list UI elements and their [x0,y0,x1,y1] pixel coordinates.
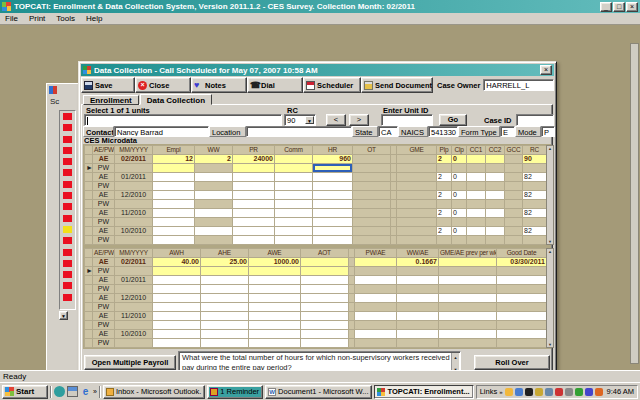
maximize-icon[interactable] [613,2,625,12]
quick-launch-icon-1[interactable] [54,386,65,397]
red-flag-icon[interactable] [63,124,72,131]
grid-cell[interactable] [201,303,249,312]
grid-cell[interactable] [153,191,195,200]
red-flag-icon[interactable] [63,181,72,188]
grid-cell[interactable] [195,227,233,236]
grid2-scrollbar[interactable] [546,248,554,348]
case-id-field[interactable] [516,114,554,126]
next-unit-button[interactable]: > [349,114,369,126]
grid-cell[interactable] [355,312,397,321]
grid-cell[interactable] [301,267,349,276]
grid-cell[interactable] [467,173,486,182]
grid-cell[interactable] [313,191,353,200]
grid-cell[interactable] [486,209,505,218]
grid-cell[interactable] [233,173,275,182]
tray-icon[interactable] [565,388,573,396]
grid-cell[interactable] [153,200,195,209]
grid-cell[interactable]: 2 [437,227,452,236]
grid-cell[interactable]: 82 [523,209,547,218]
taskbar-button-outlook[interactable]: Inbox - Microsoft Outlook. [103,385,205,399]
mode-field[interactable]: P [541,126,555,137]
grid-cell[interactable] [275,200,313,209]
grid-cell[interactable] [313,173,353,182]
tray-icon[interactable] [575,388,583,396]
grid-cell[interactable] [313,164,353,173]
grid-cell[interactable] [439,294,497,303]
grid-cell[interactable] [397,330,439,339]
grid-cell[interactable] [233,200,275,209]
grid-cell[interactable] [195,173,233,182]
grid-cell[interactable] [355,330,397,339]
grid-cell[interactable] [301,258,349,267]
grid-cell[interactable] [275,218,313,227]
close-button[interactable]: Close [135,77,191,93]
grid-cell[interactable] [249,330,301,339]
go-button[interactable]: Go [439,114,467,126]
form-type-field[interactable]: E [500,126,515,137]
grid-cell[interactable] [275,164,313,173]
grid-cell[interactable]: 0.1667 [397,258,439,267]
grid-cell[interactable] [249,294,301,303]
grid-cell[interactable]: 0 [452,191,467,200]
tray-icon[interactable] [515,388,523,396]
grid-cell[interactable] [275,173,313,182]
grid-cell[interactable] [275,182,313,191]
grid-cell[interactable] [233,191,275,200]
red-flag-icon[interactable] [63,169,72,176]
red-flag-icon[interactable] [63,136,72,143]
grid1-scrollbar[interactable] [546,145,554,245]
grid-cell[interactable]: 25.00 [201,258,249,267]
grid-cell[interactable] [301,294,349,303]
grid-cell[interactable] [313,227,353,236]
grid-cell[interactable] [467,191,486,200]
grid-cell[interactable] [233,164,275,173]
grid-cell[interactable]: 2 [437,173,452,182]
notes-button[interactable]: Notes [191,77,247,93]
flag-list[interactable] [59,110,76,310]
grid-cell[interactable] [275,236,313,245]
grid-cell[interactable]: 0 [452,155,467,164]
tab-enrollment[interactable]: Enrollment [83,95,139,105]
grid-cell[interactable] [153,276,201,285]
grid-cell[interactable]: 960 [313,155,353,164]
tray-icon[interactable] [545,388,553,396]
grid-cell[interactable] [355,294,397,303]
grid-cell[interactable] [301,339,349,348]
grid-cell[interactable] [397,312,439,321]
grid-cell[interactable] [233,236,275,245]
grid-cell[interactable] [249,303,301,312]
open-multiple-payroll-button[interactable]: Open Multiple Payroll [84,355,176,370]
red-flag-icon[interactable] [63,215,72,222]
grid-cell[interactable] [313,182,353,191]
chevron-down-icon[interactable] [305,116,314,124]
grid-cell[interactable]: 2 [437,209,452,218]
menu-print[interactable]: Print [29,14,45,23]
grid-cell[interactable] [275,209,313,218]
grid-cell[interactable] [233,182,275,191]
grid-cell[interactable] [153,182,195,191]
internet-explorer-icon[interactable] [80,386,91,397]
grid-cell[interactable] [233,227,275,236]
grid-cell[interactable] [301,321,349,330]
quick-launch-overflow-chevron[interactable]: » [93,388,97,395]
grid-cell[interactable] [153,218,195,227]
grid-cell[interactable] [249,267,301,276]
grid-cell[interactable]: 24000 [233,155,275,164]
grid-cell[interactable] [195,191,233,200]
red-flag-icon[interactable] [63,249,72,256]
naics-field[interactable]: 541330 [428,126,458,137]
grid-cell[interactable] [301,312,349,321]
grid-cell[interactable] [201,339,249,348]
grid-cell[interactable] [275,227,313,236]
grid-cell[interactable] [249,312,301,321]
tray-icon[interactable] [535,388,543,396]
grid-cell[interactable] [153,227,195,236]
grid-cell[interactable] [195,209,233,218]
grid-cell[interactable] [153,164,195,173]
grid-cell[interactable] [153,236,195,245]
grid-cell[interactable] [397,276,439,285]
grid-cell[interactable] [313,236,353,245]
location-field[interactable] [246,126,352,137]
grid-cell[interactable] [153,339,201,348]
grid-cell[interactable] [486,191,505,200]
